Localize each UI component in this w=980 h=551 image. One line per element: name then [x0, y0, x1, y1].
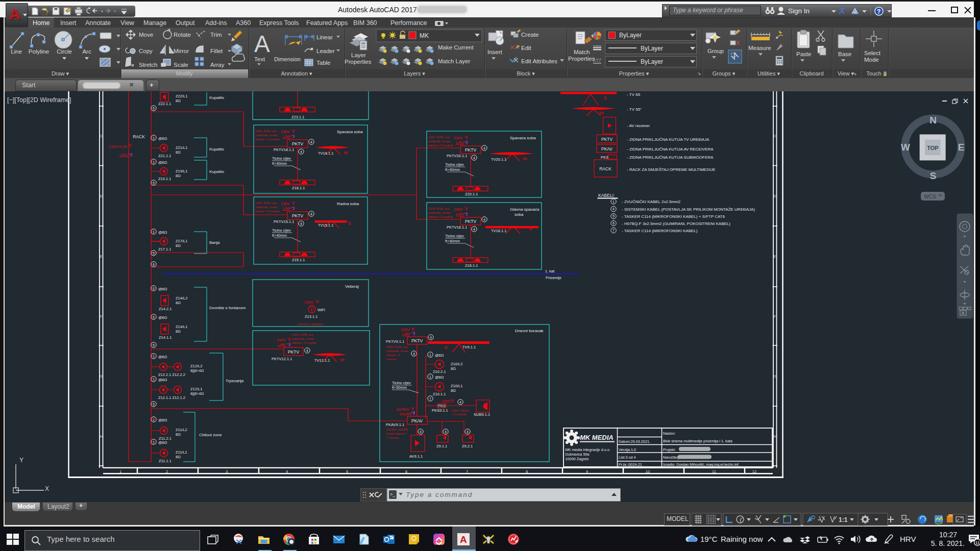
- svg-text:8Ω: 8Ω: [176, 300, 181, 305]
- svg-text:PKS: PKS: [438, 404, 446, 408]
- svg-text:8Ω: 8Ω: [176, 243, 181, 248]
- svg-text:Edit Attributes: Edit Attributes: [521, 58, 557, 64]
- svg-text:Z17/L1: Z17/L1: [176, 239, 187, 243]
- svg-text:TOP: TOP: [927, 145, 938, 151]
- svg-text:Z17.1.1: Z17.1.1: [158, 247, 171, 252]
- svg-text:4: 4: [413, 352, 415, 356]
- svg-text:230V: 230V: [454, 207, 463, 212]
- svg-text:- ZIDNA PRIKLJUČNA KUTIJA SUBW: - ZIDNA PRIKLJUČNA KUTIJA SUBWOOFERA: [627, 155, 714, 160]
- svg-text:PKAV: PKAV: [411, 418, 423, 423]
- svg-text:1: 1: [119, 469, 121, 474]
- svg-text:S: S: [930, 170, 937, 181]
- svg-text:@6Ω: @6Ω: [435, 353, 444, 358]
- svg-text:Z13.1.1: Z13.1.1: [305, 314, 317, 319]
- svg-text:@6Ω: @6Ω: [158, 418, 167, 422]
- svg-text:Dubravica 59a: Dubravica 59a: [566, 452, 590, 457]
- svg-text:Radna soba: Radna soba: [337, 202, 359, 206]
- svg-text:PKAV9.1.1: PKAV9.1.1: [386, 422, 404, 427]
- svg-text:TV18.1.1: TV18.1.1: [318, 151, 333, 156]
- svg-text:Measure: Measure: [748, 45, 771, 51]
- svg-text:E: E: [100, 255, 103, 258]
- svg-text:6: 6: [153, 263, 155, 266]
- svg-text:4: 4: [467, 430, 469, 434]
- svg-text:Spavaća soba: Spavaća soba: [510, 136, 536, 140]
- svg-text:12: 12: [752, 469, 756, 474]
- svg-text:G: G: [100, 374, 102, 378]
- svg-text:8||8=4Ω: 8||8=4Ω: [190, 368, 204, 373]
- svg-text:Z11/L2: Z11/L2: [176, 428, 187, 432]
- svg-text:5: 5: [153, 181, 155, 185]
- svg-text:PKTV15.1.1: PKTV15.1.1: [274, 219, 294, 224]
- svg-text:Edit: Edit: [521, 45, 532, 51]
- svg-text:4: 4: [483, 146, 485, 150]
- svg-text:F: F: [100, 315, 102, 318]
- svg-text:Y: Y: [19, 457, 23, 464]
- svg-text:kabela = 5 modula: kabela = 5 modula: [428, 215, 453, 218]
- svg-text:Chilout zone: Chilout zone: [199, 433, 222, 437]
- svg-text:WCS: WCS: [924, 194, 936, 199]
- svg-text:65: 65: [529, 227, 532, 231]
- svg-text:fi=40mm: fi=40mm: [272, 161, 287, 166]
- svg-text:- ZIDNA PRIKLJUČNA KUTIJA AV R: - ZIDNA PRIKLJUČNA KUTIJA AV RECEIVERA: [627, 147, 714, 152]
- svg-text:PKTV12.1.1: PKTV12.1.1: [272, 357, 292, 361]
- svg-text:kabela = 5 modula: kabela = 5 modula: [255, 210, 280, 213]
- svg-text:modula: modula: [386, 358, 397, 361]
- svg-text:8Ω: 8Ω: [176, 455, 181, 459]
- svg-text:Z9.1.1: Z9.1.1: [436, 444, 447, 448]
- svg-text:H: H: [100, 435, 103, 438]
- svg-text:4: 4: [286, 469, 288, 474]
- svg-text:Stretch: Stretch: [139, 62, 157, 68]
- svg-text:Properties: Properties: [345, 59, 372, 65]
- svg-text:10090 Zagreb: 10090 Zagreb: [566, 457, 589, 461]
- svg-text:Trim: Trim: [210, 32, 222, 38]
- svg-text:G: G: [773, 374, 776, 378]
- svg-text:Match Layer: Match Layer: [438, 58, 470, 64]
- svg-text:11: 11: [975, 540, 980, 545]
- svg-text:kabela = 5 modula: kabela = 5 modula: [255, 138, 280, 141]
- svg-text:kabela = 5: kabela = 5: [386, 354, 400, 357]
- svg-text:4: 4: [306, 349, 308, 353]
- svg-text:3: 3: [226, 469, 228, 474]
- svg-text:Move: Move: [139, 32, 153, 38]
- svg-text:4: 4: [310, 212, 312, 216]
- svg-text:230V, RJ45, ant.: 230V, RJ45, ant.: [292, 333, 314, 336]
- svg-text:Sign In: Sign In: [788, 7, 810, 15]
- svg-text:Paste: Paste: [796, 51, 811, 57]
- svg-text:11: 11: [712, 469, 716, 474]
- svg-text:@6Ω: @6Ω: [158, 230, 167, 235]
- svg-text:- RACK ZA SMJEŠTAJ OPREME MULT: - RACK ZA SMJEŠTAJ OPREME MULTIMEDIJE: [627, 167, 716, 172]
- svg-text:prolaz kabela =: prolaz kabela =: [386, 432, 407, 435]
- svg-text:2: 2: [166, 469, 168, 474]
- svg-text:Z12.2.1 Z12.2.2: Z12.2.1 Z12.2.2: [158, 372, 185, 377]
- svg-text:230V, CINCH: 230V, CINCH: [451, 409, 469, 412]
- svg-text:230V/C16: 230V/C16: [109, 144, 127, 149]
- svg-text:X: X: [839, 6, 846, 16]
- svg-text:55: 55: [523, 157, 527, 161]
- svg-text:Z9.2.1: Z9.2.1: [462, 444, 473, 448]
- svg-text:fi=40mm: fi=40mm: [445, 167, 460, 172]
- svg-text:C: C: [100, 134, 103, 138]
- svg-text:Z22/L1: Z22/L1: [176, 94, 187, 98]
- svg-text:7: 7: [429, 397, 431, 400]
- svg-text:priključak, prolaz: priključak, prolaz: [255, 134, 277, 137]
- svg-text:MK MEDIA: MK MEDIA: [580, 434, 614, 441]
- svg-text:8: 8: [526, 469, 528, 474]
- svg-text:55: 55: [340, 358, 344, 362]
- svg-text:Linear: Linear: [316, 34, 333, 40]
- svg-text:priključak, prolaz: priključak, prolaz: [255, 206, 277, 209]
- svg-text:8Ω: 8Ω: [176, 150, 181, 155]
- svg-text:230V, RJ45, ant.: 230V, RJ45, ant.: [386, 345, 408, 348]
- svg-text:230V, RJ45, ant.: 230V, RJ45, ant.: [255, 202, 277, 205]
- svg-text:7: 7: [466, 469, 468, 474]
- svg-text:Z15.1.1: Z15.1.1: [292, 258, 305, 262]
- svg-text:Z19/L1: Z19/L1: [176, 169, 187, 173]
- svg-text:4: 4: [612, 207, 615, 211]
- svg-text:Dnevni boravak: Dnevni boravak: [515, 329, 544, 333]
- svg-text:Naslov:: Naslov:: [663, 431, 675, 436]
- svg-text:priključak, prolaz: priključak, prolaz: [428, 211, 450, 214]
- svg-text:LAN: LAN: [283, 134, 290, 139]
- svg-text:Kupatilo: Kupatilo: [209, 169, 224, 174]
- svg-text:D: D: [774, 194, 776, 198]
- svg-text:KABELI:: KABELI:: [598, 193, 615, 198]
- svg-text:230V: 230V: [454, 136, 463, 140]
